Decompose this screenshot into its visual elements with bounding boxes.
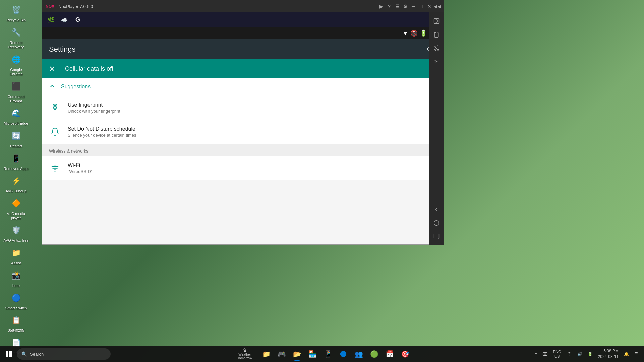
restart-icon: 🔄	[9, 129, 23, 143]
weather-label: Weather	[238, 353, 251, 356]
suggestions-header[interactable]: Suggestions	[42, 78, 444, 96]
assist-icon: 📁	[9, 246, 23, 260]
taskbar-chrome[interactable]: 🟢	[367, 347, 382, 361]
desktop-icon-removed-apps[interactable]: 📱 Removed Apps	[3, 152, 29, 171]
taskbar-clock[interactable]: 5:08 PM 2024-08-11	[596, 347, 621, 361]
svg-rect-13	[6, 351, 8, 354]
desktop-icon-chrome[interactable]: 🌐 Google Chrome	[3, 53, 29, 76]
desktop-icon-recycle-bin[interactable]: 🗑️ Recycle Bin	[3, 3, 29, 22]
taskbar-volume[interactable]: 🔊	[575, 347, 584, 361]
desktop-icon-avg-tuneup[interactable]: ⚡ AVG Tuneup	[3, 174, 29, 193]
taskbar-teams[interactable]: 👥	[351, 347, 366, 361]
dnd-item-text: Set Do Not Disturb schedule Silence your…	[68, 126, 424, 138]
taskbar-weather[interactable]: 🌤 Weather Tomorrow	[231, 347, 258, 361]
taskbar-action-center[interactable]: ☰	[632, 347, 640, 361]
taskbar-files[interactable]: 📂	[290, 347, 304, 361]
desktop-icon-vlc[interactable]: 🔶 VLC media player	[3, 197, 29, 220]
signal-off-icon: 📵	[410, 29, 418, 37]
avg-tuneup-icon: ⚡	[9, 174, 23, 188]
taskbar-samsung[interactable]: 📱	[320, 347, 335, 361]
cmd-icon: ⬛	[9, 80, 23, 93]
lang-code: ENG	[553, 349, 561, 354]
edge-icon: 🌊	[9, 107, 23, 120]
svg-point-8	[434, 49, 436, 51]
svg-rect-5	[434, 19, 439, 24]
desktop-icon-assist[interactable]: 📁 Assist	[3, 246, 29, 265]
nox-sidebar-back[interactable]	[430, 203, 443, 216]
clock-time: 5:08 PM	[603, 348, 619, 354]
taskbar-network[interactable]	[540, 347, 550, 361]
svg-rect-7	[436, 32, 437, 33]
removed-apps-label: Removed Apps	[4, 167, 29, 171]
title-bar: NOX NoxPlayer 7.0.6.0 ▶ ? ☰ ⚙ ─ □ ✕ ◀◀	[42, 0, 444, 12]
dnd-icon	[49, 126, 61, 138]
settings-item-dnd[interactable]: Set Do Not Disturb schedule Silence your…	[42, 120, 444, 144]
nox-sidebar-home[interactable]	[430, 217, 443, 229]
desktop-icon-edge[interactable]: 🌊 Microsoft Edge	[3, 107, 29, 126]
taskbar-calendar[interactable]: 📅	[382, 347, 397, 361]
desktop-icons-container: 🗑️ Recycle Bin 🔧 Remote Recovery 🌐 Googl…	[3, 3, 29, 356]
vlc-icon: 🔶	[9, 197, 23, 210]
desktop-icon-number[interactable]: 📋 35840295	[3, 314, 29, 333]
nox-sidebar-dots[interactable]: ···	[430, 69, 443, 81]
desktop-icon-cmd[interactable]: ⬛ Command Prompt	[3, 80, 29, 103]
play-button[interactable]: ▶	[378, 3, 384, 9]
weather-sublabel: Tomorrow	[237, 356, 252, 360]
taskbar-noxplayer[interactable]: 🎯	[398, 347, 412, 361]
desktop-icon-here[interactable]: 📸 here	[3, 269, 29, 288]
nox-sidebar-cut2[interactable]: ✂	[430, 55, 443, 67]
settings-item-fingerprint[interactable]: Use fingerprint Unlock with your fingerp…	[42, 96, 444, 120]
help-button[interactable]: ?	[386, 3, 392, 9]
menu-button[interactable]: ☰	[394, 3, 400, 9]
toolbar-icon-cloud[interactable]: ☁️	[60, 15, 69, 24]
android-content: Settings ✕ Cellular data is off	[42, 39, 444, 244]
desktop-icon-avg-antivirus[interactable]: 🛡️ AVG Anti... free	[3, 224, 29, 243]
taskbar-chevron[interactable]: ^	[533, 347, 539, 361]
taskbar-ms-store[interactable]: 🏪	[305, 347, 320, 361]
chrome-icon: 🌐	[9, 53, 23, 66]
minimize-button[interactable]: ─	[410, 3, 416, 9]
taskbar-file-explorer[interactable]: 📁	[259, 347, 274, 361]
taskbar: 🔍 Search 🌤 Weather Tomorrow 📁 🎮 📂 🏪 📱 👥 …	[0, 346, 644, 362]
desktop-icon-smart-switch[interactable]: 🔵 Smart Switch	[3, 291, 29, 310]
remote-recovery-label: Remote Recovery	[3, 41, 29, 49]
desktop-icon-restart[interactable]: 🔄 Restart	[3, 129, 29, 148]
settings-item-wifi[interactable]: Wi-Fi "WiredSSID"	[42, 156, 444, 180]
dnd-title: Set Do Not Disturb schedule	[68, 126, 424, 132]
remote-recovery-icon: 🔧	[9, 26, 23, 39]
chrome-label: Google Chrome	[3, 68, 29, 76]
assist-label: Assist	[11, 261, 21, 265]
svg-point-4	[55, 171, 55, 172]
restore-button[interactable]: □	[418, 3, 424, 9]
svg-line-10	[435, 47, 438, 51]
taskbar-battery[interactable]: 🔋	[586, 347, 595, 361]
toolbar-icon-google[interactable]: G	[73, 15, 82, 24]
toolbar-icon-leaf[interactable]: 🌿	[46, 15, 56, 24]
nox-sidebar-screenshot[interactable]	[430, 15, 443, 27]
taskbar-wifi[interactable]	[565, 347, 574, 361]
settings-title: Settings	[49, 45, 424, 54]
nox-sidebar-cut[interactable]	[430, 42, 443, 54]
close-button[interactable]: ✕	[426, 3, 432, 9]
taskbar-notification[interactable]: 🔔	[622, 347, 631, 361]
fingerprint-subtitle: Unlock with your fingerprint	[68, 109, 424, 114]
taskbar-search-box[interactable]: 🔍 Search	[17, 348, 111, 360]
desktop-icon-remote-recovery[interactable]: 🔧 Remote Recovery	[3, 26, 29, 49]
nox-sidebar-recents[interactable]	[430, 230, 443, 242]
cellular-text: Cellular data is off	[65, 65, 424, 72]
android-toolbar: 🌿 ☁️ G	[42, 12, 444, 27]
cellular-banner[interactable]: ✕ Cellular data is off	[42, 59, 444, 78]
android-status-bar: ▼ 📵 🔋 4:10	[42, 27, 444, 39]
nox-sidebar-clipboard[interactable]	[430, 28, 443, 41]
taskbar-apps: 🌤 Weather Tomorrow 📁 🎮 📂 🏪 📱 👥 🟢 📅 🎯	[111, 347, 532, 361]
svg-text:✕: ✕	[49, 65, 55, 73]
suggestions-section: Suggestions Use fingerprint Unlock with …	[42, 78, 444, 144]
window-title: NoxPlayer 7.0.6.0	[58, 4, 375, 9]
taskbar-edge[interactable]	[336, 347, 351, 361]
settings-button[interactable]: ⚙	[402, 3, 408, 9]
svg-point-18	[569, 356, 569, 356]
start-button[interactable]	[1, 347, 16, 361]
taskbar-lang[interactable]: ENG US	[551, 347, 563, 361]
taskbar-nox[interactable]: 🎮	[274, 347, 289, 361]
collapse-button[interactable]: ◀◀	[434, 3, 441, 9]
